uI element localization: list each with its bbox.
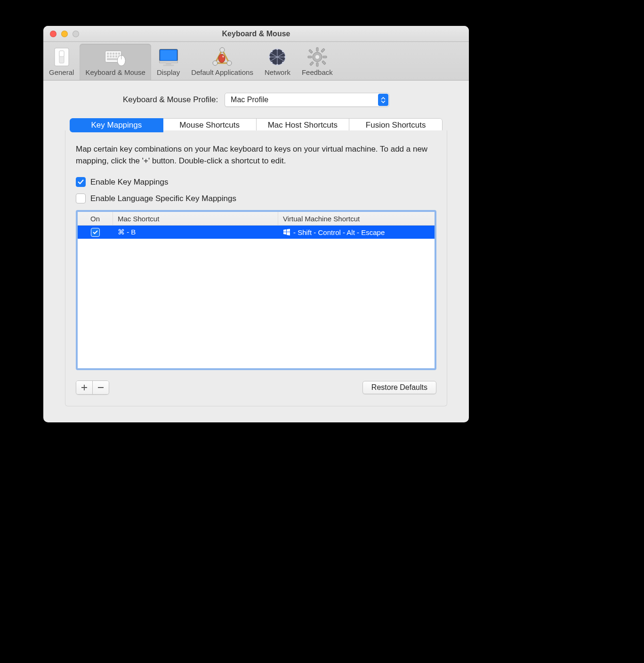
- enable-key-mappings-row[interactable]: Enable Key Mappings: [76, 177, 436, 187]
- svg-point-34: [276, 48, 278, 50]
- toolbar-label: Network: [265, 68, 290, 76]
- remove-button[interactable]: [93, 381, 109, 394]
- toolbar-label: Default Applications: [191, 68, 253, 76]
- svg-rect-46: [323, 56, 327, 58]
- svg-point-40: [271, 62, 273, 64]
- svg-rect-47: [309, 49, 313, 53]
- header-mac[interactable]: Mac Shortcut: [113, 212, 278, 225]
- tab-key-mappings[interactable]: Key Mappings: [70, 118, 163, 132]
- svg-point-26: [218, 54, 225, 63]
- toolbar-item-display[interactable]: Display: [151, 44, 185, 80]
- svg-rect-9: [118, 53, 120, 55]
- preferences-window: Keyboard & Mouse General: [43, 26, 469, 422]
- checkbox-label: Enable Key Mappings: [90, 178, 168, 187]
- svg-point-51: [315, 55, 319, 59]
- tab-panel: Map certain key combinations on your Mac…: [65, 130, 447, 406]
- minimize-button[interactable]: [61, 31, 68, 37]
- add-button[interactable]: [76, 381, 93, 394]
- svg-point-41: [282, 62, 284, 64]
- svg-point-39: [282, 50, 284, 52]
- svg-point-23: [213, 61, 217, 65]
- svg-rect-13: [115, 56, 117, 57]
- prefs-toolbar: General Keyboard & Mouse: [43, 42, 469, 81]
- profile-row: Keyboard & Mouse Profile: Mac Profile: [65, 93, 447, 107]
- svg-rect-8: [115, 53, 117, 55]
- gear-icon: [306, 47, 328, 67]
- svg-point-36: [268, 56, 270, 58]
- toolbar-item-feedback[interactable]: Feedback: [296, 44, 338, 80]
- row-mac-cell: ⌘ - B: [113, 226, 278, 239]
- description-text: Map certain key combinations on your Mac…: [76, 144, 436, 167]
- svg-rect-5: [107, 53, 109, 55]
- svg-rect-7: [113, 53, 114, 55]
- checkbox-icon: [76, 177, 86, 187]
- profile-value: Mac Profile: [225, 96, 378, 104]
- toolbar-label: Display: [157, 68, 180, 76]
- window-title: Keyboard & Mouse: [43, 30, 469, 38]
- row-vm-text: - Shift - Control - Alt - Escape: [293, 228, 385, 236]
- toolbar-item-default-applications[interactable]: Default Applications: [185, 44, 259, 80]
- svg-rect-22: [163, 65, 174, 66]
- checkbox-icon: [91, 228, 100, 237]
- svg-point-37: [284, 56, 286, 58]
- apps-icon: [211, 47, 233, 67]
- svg-rect-21: [166, 63, 171, 65]
- header-vm[interactable]: Virtual Machine Shortcut: [278, 212, 435, 225]
- svg-rect-50: [310, 62, 314, 65]
- svg-rect-49: [321, 49, 325, 52]
- toolbar-item-network[interactable]: Network: [259, 44, 296, 80]
- svg-point-38: [271, 50, 273, 52]
- traffic-lights: [43, 31, 79, 37]
- toolbar-item-general[interactable]: General: [43, 44, 80, 80]
- windows-key-icon: [283, 229, 290, 235]
- table-row[interactable]: ⌘ - B - Shi: [78, 226, 435, 239]
- enable-language-specific-row[interactable]: Enable Language Specific Key Mappings: [76, 194, 436, 203]
- mappings-table[interactable]: On Mac Shortcut Virtual Machine Shortcut…: [76, 210, 436, 370]
- plus-icon: [81, 384, 88, 391]
- svg-rect-48: [322, 61, 326, 65]
- row-on-cell[interactable]: [78, 226, 113, 239]
- minus-icon: [97, 384, 104, 391]
- svg-point-27: [222, 56, 224, 57]
- zoom-button[interactable]: [72, 31, 79, 37]
- content-area: Keyboard & Mouse Profile: Mac Profile Ke…: [43, 81, 469, 422]
- row-vm-cell: - Shift - Control - Alt - Escape: [278, 226, 435, 239]
- svg-rect-44: [316, 63, 318, 66]
- svg-point-35: [276, 64, 278, 66]
- svg-point-24: [227, 61, 232, 65]
- svg-rect-11: [110, 56, 112, 57]
- header-on[interactable]: On: [78, 212, 113, 225]
- network-icon: [266, 47, 288, 67]
- restore-defaults-button[interactable]: Restore Defaults: [362, 381, 436, 394]
- toolbar-label: Keyboard & Mouse: [85, 68, 145, 76]
- svg-rect-45: [308, 56, 312, 58]
- add-remove-group: [76, 380, 109, 395]
- svg-rect-10: [107, 56, 109, 57]
- svg-rect-19: [160, 50, 177, 60]
- svg-rect-2: [59, 51, 64, 57]
- table-header: On Mac Shortcut Virtual Machine Shortcut: [78, 212, 435, 226]
- svg-rect-43: [316, 48, 318, 51]
- select-arrows-icon: [378, 94, 388, 106]
- close-button[interactable]: [50, 31, 56, 37]
- profile-select[interactable]: Mac Profile: [225, 93, 389, 107]
- toolbar-label: General: [49, 68, 74, 76]
- svg-point-25: [220, 48, 225, 52]
- checkbox-icon: [76, 194, 86, 203]
- profile-label: Keyboard & Mouse Profile:: [123, 95, 218, 105]
- toolbar-label: Feedback: [302, 68, 333, 76]
- keyboard-mouse-icon: [105, 47, 126, 67]
- svg-rect-6: [110, 53, 112, 55]
- svg-rect-20: [159, 61, 177, 63]
- titlebar: Keyboard & Mouse: [43, 26, 469, 42]
- display-icon: [158, 47, 179, 67]
- svg-rect-12: [113, 56, 114, 57]
- checkbox-label: Enable Language Specific Key Mappings: [90, 194, 236, 203]
- panel-footer: Restore Defaults: [76, 380, 436, 395]
- switch-icon: [51, 47, 72, 67]
- toolbar-item-keyboard-mouse[interactable]: Keyboard & Mouse: [80, 44, 151, 80]
